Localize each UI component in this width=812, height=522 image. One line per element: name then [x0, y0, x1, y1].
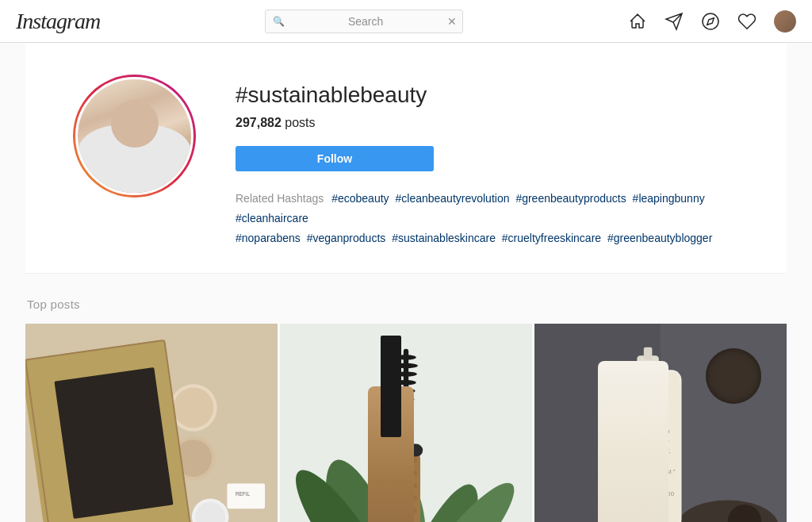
- svg-text:found me the worst.": found me the worst.": [621, 467, 675, 474]
- hashtag-sustainableskincare[interactable]: #sustainableskincare: [392, 232, 496, 244]
- profile-info: #sustainablebeauty 297,882 posts Follow …: [236, 75, 739, 249]
- related-hashtags: Related Hashtags #ecobeauty #cleanbeauty…: [236, 189, 739, 249]
- main-content: Top posts: [25, 274, 787, 522]
- hashtag-cleanbeautyrevolution[interactable]: #cleanbeautyrevolution: [395, 192, 509, 205]
- follow-button[interactable]: Follow: [236, 146, 434, 171]
- svg-point-37: [398, 405, 413, 409]
- posts-grid: REFIL: [25, 324, 787, 522]
- top-posts-title: Top posts: [25, 297, 787, 311]
- post-item-1[interactable]: REFIL: [25, 324, 278, 522]
- home-icon[interactable]: [628, 12, 647, 31]
- svg-rect-51: [644, 347, 653, 359]
- clear-search-icon[interactable]: ✕: [447, 15, 457, 28]
- svg-rect-58: [619, 374, 629, 522]
- explore-icon[interactable]: [701, 12, 720, 31]
- activity-icon[interactable]: [737, 12, 756, 31]
- profile-avatar-inner: [75, 77, 193, 195]
- profile-section: #sustainablebeauty 297,882 posts Follow …: [25, 43, 787, 274]
- hashtag-leapingbunny[interactable]: #leapingbunny: [633, 192, 705, 205]
- svg-text:a single shampoo: a single shampoo: [622, 489, 675, 497]
- svg-rect-41: [534, 324, 661, 522]
- svg-text:"I went in search: "I went in search: [626, 427, 670, 434]
- profile-avatar-image: [78, 79, 191, 193]
- hashtag-ecobeauty[interactable]: #ecobeauty: [331, 192, 389, 205]
- svg-text:I found none as I,: I found none as I,: [625, 447, 670, 455]
- hashtag-cleanhaircare[interactable]: #cleanhaircare: [236, 212, 308, 225]
- search-icon: 🔍: [273, 16, 285, 27]
- svg-rect-28: [395, 496, 417, 500]
- profile-posts-count: 297,882 posts: [236, 116, 739, 130]
- hashtag-greenbeautyproducts[interactable]: #greenbeautyproducts: [515, 192, 626, 205]
- hashtag-noparabens[interactable]: #noparabens: [236, 232, 301, 244]
- search-input[interactable]: [265, 10, 463, 33]
- svg-point-5: [108, 421, 142, 455]
- svg-text:of a bad person;: of a bad person;: [626, 437, 669, 444]
- profile-avatar-ring: [73, 75, 196, 198]
- svg-point-7: [109, 463, 136, 490]
- post-item-2[interactable]: [280, 324, 532, 522]
- profile-avatar-nav[interactable]: [774, 10, 796, 33]
- profile-username: #sustainablebeauty: [236, 83, 739, 108]
- svg-rect-2: [25, 340, 190, 522]
- svg-text:REFIL: REFIL: [236, 491, 250, 497]
- hashtag-greenbeautyblogger[interactable]: #greenbeautyblogger: [607, 232, 712, 244]
- hashtag-crueltyfreeskincare[interactable]: #crueltyfreeskincare: [502, 232, 601, 244]
- related-hashtags-label: Related Hashtags: [236, 192, 324, 205]
- avatar-image: [774, 10, 796, 33]
- direct-icon[interactable]: [665, 12, 684, 31]
- svg-point-8: [92, 493, 117, 517]
- svg-rect-3: [33, 354, 178, 522]
- header: Instagram 🔍 ✕: [0, 0, 812, 43]
- svg-point-0: [703, 13, 718, 29]
- svg-point-4: [64, 406, 106, 448]
- svg-rect-26: [395, 470, 417, 474]
- svg-point-35: [396, 388, 415, 393]
- svg-rect-27: [395, 483, 417, 487]
- profile-avatar-wrap: [73, 75, 196, 198]
- svg-point-6: [67, 455, 98, 485]
- svg-rect-25: [395, 458, 417, 462]
- svg-point-34: [396, 380, 416, 385]
- svg-point-33: [395, 371, 417, 376]
- svg-rect-29: [395, 509, 417, 512]
- instagram-logo: Instagram: [16, 9, 100, 34]
- hashtag-veganproducts[interactable]: #veganproducts: [307, 232, 386, 244]
- svg-point-10: [174, 387, 214, 428]
- svg-point-31: [396, 355, 416, 359]
- svg-rect-39: [389, 443, 423, 456]
- svg-text:seeing myself,: seeing myself,: [629, 458, 666, 465]
- svg-point-32: [394, 363, 418, 367]
- svg-point-36: [397, 397, 414, 401]
- header-nav: [628, 10, 796, 33]
- svg-point-12: [175, 439, 213, 477]
- search-container: 🔍 ✕: [265, 10, 463, 33]
- post-item-3[interactable]: "I went in search of a bad person; I fou…: [534, 324, 787, 522]
